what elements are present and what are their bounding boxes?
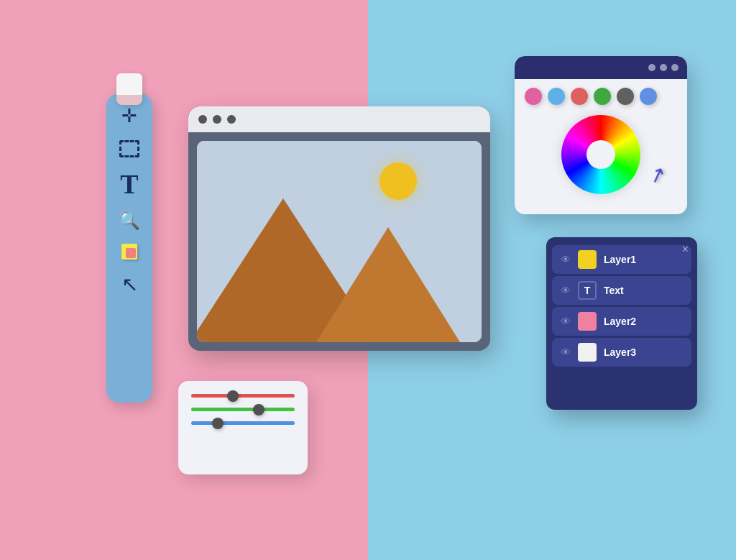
swatch-blue[interactable] <box>640 88 657 105</box>
browser-window <box>188 106 490 351</box>
layer-name-3: Layer2 <box>604 316 636 327</box>
text-icon: T <box>120 170 138 198</box>
browser-titlebar <box>188 106 490 132</box>
window-dot-1 <box>198 115 207 124</box>
layer-thumb-2: T <box>578 281 597 300</box>
color-wheel[interactable] <box>561 115 640 194</box>
cursor-icon: ↖ <box>121 272 138 296</box>
sliders-panel <box>178 381 308 474</box>
move-tool-button[interactable]: ✛ <box>121 105 137 127</box>
layer-row-1[interactable]: 👁 Layer1 <box>552 245 691 274</box>
slider-row-red <box>191 394 295 398</box>
window-dot-2 <box>213 115 221 124</box>
cursor-tool-button[interactable]: ↖ <box>121 272 138 296</box>
eraser-icon <box>116 73 142 105</box>
selection-icon <box>119 140 139 157</box>
slider-track-green[interactable] <box>191 408 295 411</box>
select-tool-button[interactable] <box>119 140 139 157</box>
swatch-red[interactable] <box>571 88 588 105</box>
slider-track-blue[interactable] <box>191 421 295 425</box>
color-swatches <box>515 79 687 109</box>
eye-icon-3: 👁 <box>561 316 571 327</box>
color-wheel-container: ↗ <box>515 109 687 200</box>
layer-name-1: Layer1 <box>604 254 636 265</box>
eye-icon-2: 👁 <box>561 285 571 296</box>
slider-row-green <box>191 408 295 411</box>
layer-name-2: Text <box>604 285 624 296</box>
layer-row-2[interactable]: 👁 T Text <box>552 276 691 305</box>
sun-element <box>380 162 417 200</box>
sticky-note-button[interactable] <box>121 244 137 260</box>
slider-thumb-blue[interactable] <box>212 418 224 429</box>
slider-row-blue <box>191 421 295 425</box>
layer-thumb-1 <box>578 250 597 269</box>
swatch-green[interactable] <box>594 88 611 105</box>
swatch-light-blue[interactable] <box>548 88 565 105</box>
layers-panel: × 👁 Layer1 👁 T Text 👁 Layer2 👁 Layer3 <box>546 237 697 410</box>
layer-thumb-3 <box>578 312 597 331</box>
text-tool-button[interactable]: T <box>120 170 138 198</box>
slider-thumb-red[interactable] <box>227 390 239 402</box>
cursor-arrow-icon: ↗ <box>645 161 669 189</box>
mountain-scene <box>197 141 482 342</box>
layer-row-3[interactable]: 👁 Layer2 <box>552 307 691 336</box>
magnifier-icon: 🔍 <box>119 211 140 231</box>
browser-content <box>197 141 482 342</box>
swatch-dark-gray[interactable] <box>617 88 634 105</box>
cp-dot-3 <box>671 64 678 71</box>
cp-dot-1 <box>648 64 656 71</box>
layer-name-4: Layer3 <box>604 346 636 358</box>
cp-dot-2 <box>660 64 667 71</box>
toolbar: ✛ T 🔍 ↖ <box>106 93 152 403</box>
eye-icon-4: 👁 <box>561 346 571 358</box>
color-picker-titlebar <box>515 56 687 79</box>
color-picker-window: ↗ <box>515 56 687 214</box>
window-dot-3 <box>227 115 236 124</box>
slider-track-red[interactable] <box>191 394 295 398</box>
slider-thumb-green[interactable] <box>253 404 264 416</box>
layer-thumb-4 <box>578 343 597 362</box>
mountain-right <box>316 227 460 342</box>
eye-icon-1: 👁 <box>561 254 571 265</box>
swatch-pink[interactable] <box>525 88 542 105</box>
search-tool-button[interactable]: 🔍 <box>119 211 140 231</box>
layers-close-button[interactable]: × <box>682 243 689 256</box>
layer-row-4[interactable]: 👁 Layer3 <box>552 338 691 367</box>
sticky-note-icon <box>121 244 137 260</box>
